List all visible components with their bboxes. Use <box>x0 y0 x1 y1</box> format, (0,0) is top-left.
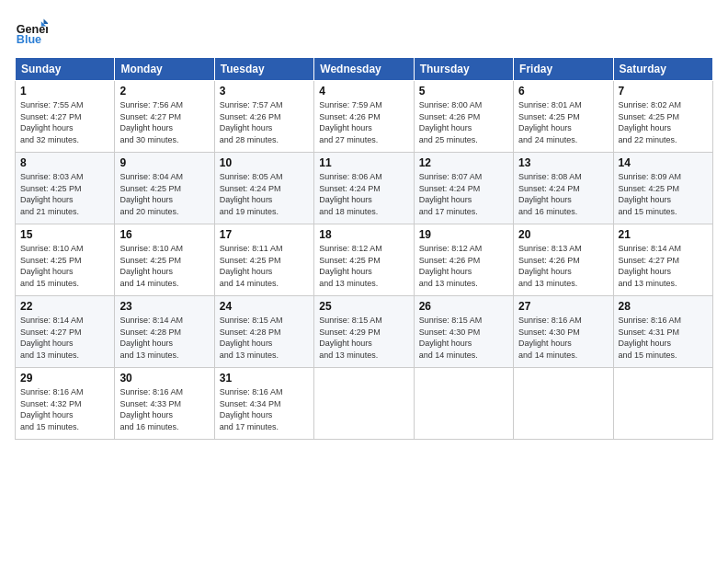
calendar-cell: 23Sunrise: 8:14 AMSunset: 4:28 PMDayligh… <box>115 296 214 368</box>
cell-info: Sunrise: 8:16 AMSunset: 4:33 PMDaylight … <box>119 386 209 432</box>
cell-info: Sunrise: 8:07 AMSunset: 4:24 PMDaylight … <box>419 171 508 217</box>
day-number: 20 <box>518 228 608 241</box>
calendar-cell: 7Sunrise: 8:02 AMSunset: 4:25 PMDaylight… <box>613 81 712 153</box>
cell-info: Sunrise: 8:02 AMSunset: 4:25 PMDaylight … <box>619 99 708 145</box>
calendar-cell: 25Sunrise: 8:15 AMSunset: 4:29 PMDayligh… <box>314 296 414 368</box>
calendar-cell: 11Sunrise: 8:06 AMSunset: 4:24 PMDayligh… <box>314 153 414 224</box>
cell-info: Sunrise: 8:16 AMSunset: 4:32 PMDaylight … <box>20 386 109 432</box>
cell-info: Sunrise: 8:12 AMSunset: 4:25 PMDaylight … <box>319 243 408 289</box>
calendar-table: SundayMondayTuesdayWednesdayThursdayFrid… <box>15 57 713 440</box>
calendar-cell: 29Sunrise: 8:16 AMSunset: 4:32 PMDayligh… <box>16 368 115 440</box>
header: General Blue <box>15 15 713 48</box>
svg-marker-3 <box>44 19 49 24</box>
cell-info: Sunrise: 8:16 AMSunset: 4:30 PMDaylight … <box>518 315 608 361</box>
calendar-week-row: 1Sunrise: 7:55 AMSunset: 4:27 PMDaylight… <box>16 81 713 153</box>
day-number: 30 <box>119 372 209 385</box>
day-number: 17 <box>220 228 309 241</box>
calendar-cell: 16Sunrise: 8:10 AMSunset: 4:25 PMDayligh… <box>115 224 214 296</box>
day-number: 25 <box>319 300 408 313</box>
day-number: 9 <box>119 156 209 169</box>
weekday-label: Tuesday <box>214 58 313 81</box>
cell-info: Sunrise: 8:15 AMSunset: 4:28 PMDaylight … <box>220 315 309 361</box>
day-number: 18 <box>319 228 408 241</box>
cell-info: Sunrise: 8:12 AMSunset: 4:26 PMDaylight … <box>419 243 508 289</box>
cell-info: Sunrise: 8:16 AMSunset: 4:34 PMDaylight … <box>220 386 309 432</box>
calendar-cell: 30Sunrise: 8:16 AMSunset: 4:33 PMDayligh… <box>115 368 214 440</box>
cell-info: Sunrise: 8:05 AMSunset: 4:24 PMDaylight … <box>220 171 309 217</box>
day-number: 16 <box>119 228 209 241</box>
cell-info: Sunrise: 8:04 AMSunset: 4:25 PMDaylight … <box>119 171 209 217</box>
day-number: 24 <box>220 300 309 313</box>
cell-info: Sunrise: 8:15 AMSunset: 4:29 PMDaylight … <box>319 315 408 361</box>
calendar-cell: 12Sunrise: 8:07 AMSunset: 4:24 PMDayligh… <box>414 153 513 224</box>
cell-info: Sunrise: 7:59 AMSunset: 4:26 PMDaylight … <box>319 99 408 145</box>
calendar-cell: 20Sunrise: 8:13 AMSunset: 4:26 PMDayligh… <box>514 224 613 296</box>
calendar-cell: 1Sunrise: 7:55 AMSunset: 4:27 PMDaylight… <box>16 81 115 153</box>
calendar-cell: 19Sunrise: 8:12 AMSunset: 4:26 PMDayligh… <box>414 224 513 296</box>
day-number: 28 <box>619 300 708 313</box>
cell-info: Sunrise: 8:06 AMSunset: 4:24 PMDaylight … <box>319 171 408 217</box>
calendar-cell: 28Sunrise: 8:16 AMSunset: 4:31 PMDayligh… <box>613 296 712 368</box>
day-number: 2 <box>119 85 209 98</box>
cell-info: Sunrise: 8:11 AMSunset: 4:25 PMDaylight … <box>220 243 309 289</box>
calendar-cell: 18Sunrise: 8:12 AMSunset: 4:25 PMDayligh… <box>314 224 414 296</box>
day-number: 13 <box>518 156 608 169</box>
day-number: 26 <box>419 300 508 313</box>
calendar-week-row: 15Sunrise: 8:10 AMSunset: 4:25 PMDayligh… <box>16 224 713 296</box>
cell-info: Sunrise: 8:01 AMSunset: 4:25 PMDaylight … <box>518 99 608 145</box>
weekday-label: Sunday <box>16 58 115 81</box>
cell-info: Sunrise: 7:55 AMSunset: 4:27 PMDaylight … <box>20 99 109 145</box>
day-number: 10 <box>220 156 309 169</box>
calendar-cell: 2Sunrise: 7:56 AMSunset: 4:27 PMDaylight… <box>115 81 214 153</box>
calendar-cell: 13Sunrise: 8:08 AMSunset: 4:24 PMDayligh… <box>514 153 613 224</box>
cell-info: Sunrise: 7:56 AMSunset: 4:27 PMDaylight … <box>119 99 209 145</box>
day-number: 27 <box>518 300 608 313</box>
svg-text:Blue: Blue <box>17 33 41 46</box>
calendar-cell: 5Sunrise: 8:00 AMSunset: 4:26 PMDaylight… <box>414 81 513 153</box>
day-number: 14 <box>619 156 708 169</box>
calendar-cell: 6Sunrise: 8:01 AMSunset: 4:25 PMDaylight… <box>514 81 613 153</box>
cell-info: Sunrise: 8:10 AMSunset: 4:25 PMDaylight … <box>119 243 209 289</box>
weekday-header-row: SundayMondayTuesdayWednesdayThursdayFrid… <box>16 58 713 81</box>
day-number: 5 <box>419 85 508 98</box>
calendar-cell: 10Sunrise: 8:05 AMSunset: 4:24 PMDayligh… <box>214 153 313 224</box>
day-number: 4 <box>319 85 408 98</box>
page-container: General Blue SundayMondayTuesdayWednesda… <box>0 0 728 563</box>
weekday-label: Monday <box>115 58 214 81</box>
day-number: 29 <box>20 372 109 385</box>
cell-info: Sunrise: 8:16 AMSunset: 4:31 PMDaylight … <box>619 315 708 361</box>
cell-info: Sunrise: 7:57 AMSunset: 4:26 PMDaylight … <box>220 99 309 145</box>
day-number: 12 <box>419 156 508 169</box>
cell-info: Sunrise: 8:14 AMSunset: 4:27 PMDaylight … <box>619 243 708 289</box>
day-number: 8 <box>20 156 109 169</box>
calendar-cell: 26Sunrise: 8:15 AMSunset: 4:30 PMDayligh… <box>414 296 513 368</box>
cell-info: Sunrise: 8:14 AMSunset: 4:27 PMDaylight … <box>20 315 109 361</box>
calendar-week-row: 8Sunrise: 8:03 AMSunset: 4:25 PMDaylight… <box>16 153 713 224</box>
calendar-cell: 31Sunrise: 8:16 AMSunset: 4:34 PMDayligh… <box>214 368 313 440</box>
calendar-cell: 22Sunrise: 8:14 AMSunset: 4:27 PMDayligh… <box>16 296 115 368</box>
calendar-body: 1Sunrise: 7:55 AMSunset: 4:27 PMDaylight… <box>16 81 713 440</box>
cell-info: Sunrise: 8:15 AMSunset: 4:30 PMDaylight … <box>419 315 508 361</box>
calendar-cell <box>514 368 613 440</box>
calendar-cell <box>613 368 712 440</box>
day-number: 21 <box>619 228 708 241</box>
cell-info: Sunrise: 8:09 AMSunset: 4:25 PMDaylight … <box>619 171 708 217</box>
weekday-label: Saturday <box>613 58 712 81</box>
weekday-label: Thursday <box>414 58 513 81</box>
weekday-label: Friday <box>514 58 613 81</box>
day-number: 1 <box>20 85 109 98</box>
calendar-week-row: 29Sunrise: 8:16 AMSunset: 4:32 PMDayligh… <box>16 368 713 440</box>
cell-info: Sunrise: 8:00 AMSunset: 4:26 PMDaylight … <box>419 99 508 145</box>
calendar-cell: 21Sunrise: 8:14 AMSunset: 4:27 PMDayligh… <box>613 224 712 296</box>
cell-info: Sunrise: 8:13 AMSunset: 4:26 PMDaylight … <box>518 243 608 289</box>
calendar-cell <box>314 368 414 440</box>
calendar-cell: 27Sunrise: 8:16 AMSunset: 4:30 PMDayligh… <box>514 296 613 368</box>
logo: General Blue <box>15 15 51 48</box>
day-number: 15 <box>20 228 109 241</box>
calendar-cell: 24Sunrise: 8:15 AMSunset: 4:28 PMDayligh… <box>214 296 313 368</box>
day-number: 19 <box>419 228 508 241</box>
day-number: 31 <box>220 372 309 385</box>
day-number: 7 <box>619 85 708 98</box>
day-number: 3 <box>220 85 309 98</box>
weekday-label: Wednesday <box>314 58 414 81</box>
